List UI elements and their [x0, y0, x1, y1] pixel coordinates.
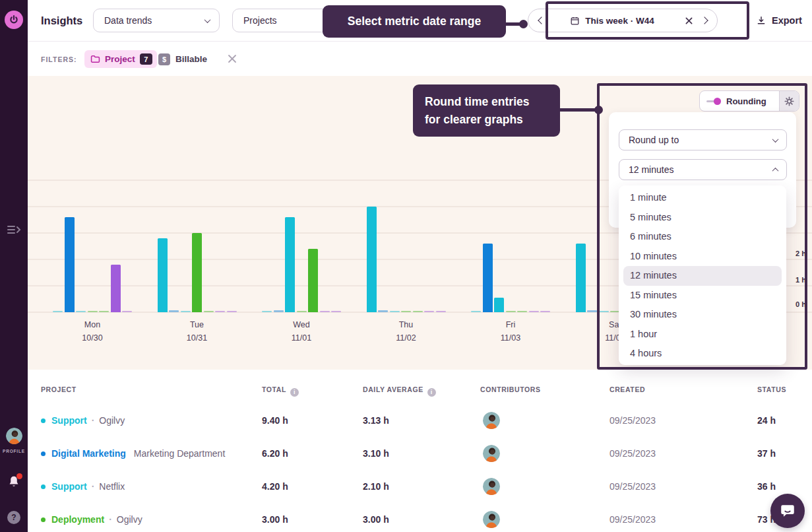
- bar[interactable]: [331, 311, 341, 312]
- bar[interactable]: [99, 311, 109, 312]
- project-cell: Support·Netflix: [41, 470, 125, 503]
- bar[interactable]: [471, 311, 481, 312]
- bar[interactable]: [181, 311, 191, 312]
- column-header-created: CREATED: [609, 385, 645, 393]
- table-row[interactable]: Support·Ogilvy9.40 h3.13 h09/25/202324 h: [28, 404, 812, 437]
- toggle-on-icon[interactable]: [706, 97, 721, 105]
- notification-badge: [16, 473, 22, 479]
- bar[interactable]: [413, 311, 423, 312]
- dropdown-option-15-minutes[interactable]: 15 minutes: [623, 286, 782, 306]
- bar[interactable]: [367, 207, 377, 312]
- bar[interactable]: [436, 311, 446, 312]
- column-header-daily-average: DAILY AVERAGEi: [363, 385, 436, 397]
- notifications-bell-icon[interactable]: [7, 475, 22, 490]
- bar[interactable]: [599, 311, 609, 312]
- previous-week-icon[interactable]: [538, 17, 545, 24]
- info-icon[interactable]: i: [427, 388, 436, 397]
- contributor-avatar[interactable]: [483, 478, 500, 495]
- rounding-mode-select[interactable]: Round up to: [619, 129, 787, 150]
- bar[interactable]: [274, 310, 284, 312]
- contributor-avatar[interactable]: [483, 412, 500, 429]
- contributor-avatar[interactable]: [483, 511, 500, 528]
- project-filter-chip[interactable]: Project 7: [84, 50, 157, 68]
- bar[interactable]: [576, 244, 586, 312]
- project-name[interactable]: Support: [51, 415, 87, 426]
- bar[interactable]: [158, 238, 168, 312]
- project-cell: Support·Ogilvy: [41, 404, 125, 437]
- dropdown-option-1-hour[interactable]: 1 hour: [623, 325, 782, 345]
- export-button[interactable]: Export: [756, 9, 802, 32]
- bar[interactable]: [401, 311, 411, 312]
- sidebar-profile[interactable]: PROFILE: [0, 428, 28, 453]
- dropdown-option-12-minutes[interactable]: 12 minutes: [623, 266, 782, 286]
- bar[interactable]: [88, 311, 98, 312]
- bar[interactable]: [122, 311, 132, 312]
- bar[interactable]: [215, 311, 225, 312]
- bar[interactable]: [540, 311, 550, 312]
- bar[interactable]: [204, 311, 214, 312]
- project-name[interactable]: Support: [51, 481, 87, 492]
- info-icon[interactable]: i: [290, 388, 299, 397]
- dropdown-option-1-minute[interactable]: 1 minute: [623, 188, 782, 208]
- bar[interactable]: [529, 311, 539, 312]
- expand-sidebar-icon[interactable]: [7, 224, 22, 235]
- rounding-settings-button[interactable]: [779, 91, 799, 111]
- dropdown-option-6-minutes[interactable]: 6 minutes: [623, 227, 782, 247]
- sidebar: PROFILE ?: [0, 0, 28, 532]
- x-axis-label: Fri11/03: [471, 319, 550, 345]
- total-value: 4.20 h: [262, 481, 288, 492]
- clear-date-icon[interactable]: [685, 17, 693, 24]
- next-week-icon[interactable]: [701, 17, 708, 24]
- dropdown-option-5-minutes[interactable]: 5 minutes: [623, 208, 782, 228]
- dropdown-option-10-minutes[interactable]: 10 minutes: [623, 247, 782, 267]
- bar[interactable]: [390, 311, 400, 312]
- column-header-project: PROJECT: [41, 385, 77, 393]
- bar[interactable]: [506, 311, 516, 312]
- daily-average-value: 3.13 h: [363, 415, 389, 426]
- bar[interactable]: [65, 217, 75, 312]
- bar[interactable]: [378, 310, 388, 312]
- contributor-avatar[interactable]: [483, 445, 500, 462]
- x-axis-label: Wed11/01: [262, 319, 341, 345]
- dropdown-option-4-hours[interactable]: 4 hours: [623, 344, 782, 364]
- bar[interactable]: [587, 310, 597, 312]
- table-row[interactable]: Digital MarketingMarketing Department6.2…: [28, 437, 812, 470]
- rounding-label: Rounding: [726, 96, 779, 106]
- rounding-toggle-button[interactable]: Rounding: [699, 90, 799, 112]
- bar[interactable]: [517, 311, 527, 312]
- bar[interactable]: [227, 311, 237, 312]
- chat-button[interactable]: [770, 494, 805, 528]
- project-name[interactable]: Deployment: [51, 514, 104, 525]
- chevron-up-icon: [772, 167, 779, 174]
- filters-bar: FILTERS: Project 7 $ Billable: [28, 42, 812, 76]
- bar[interactable]: [297, 311, 307, 312]
- table-row[interactable]: Support·Netflix4.20 h2.10 h09/25/202336 …: [28, 470, 812, 503]
- bar[interactable]: [192, 233, 202, 312]
- bar[interactable]: [483, 244, 493, 312]
- rounding-value-select[interactable]: 12 minutes: [619, 159, 787, 180]
- bar[interactable]: [285, 217, 295, 312]
- bar[interactable]: [320, 311, 330, 312]
- metric-dropdown-value: Data trends: [104, 15, 205, 26]
- clear-filters-icon[interactable]: [228, 54, 237, 63]
- billable-filter-chip[interactable]: $ Billable: [158, 50, 207, 68]
- billable-chip-label: Billable: [175, 54, 207, 64]
- help-icon[interactable]: ?: [7, 511, 20, 524]
- bar[interactable]: [76, 311, 86, 312]
- metric-dropdown[interactable]: Data trends: [93, 9, 220, 32]
- project-name[interactable]: Digital Marketing: [51, 448, 126, 459]
- rounding-mode-value: Round up to: [629, 135, 773, 145]
- bar[interactable]: [308, 249, 318, 312]
- bar[interactable]: [169, 310, 179, 312]
- client-name: Ogilvy: [117, 514, 142, 525]
- dropdown-option-30-minutes[interactable]: 30 minutes: [623, 305, 782, 325]
- bar[interactable]: [53, 311, 63, 312]
- bar[interactable]: [262, 311, 272, 312]
- bar[interactable]: [494, 298, 504, 312]
- bar[interactable]: [424, 311, 434, 312]
- bar[interactable]: [111, 265, 121, 312]
- table-row[interactable]: Deployment·Ogilvy3.00 h3.00 h09/25/20237…: [28, 503, 812, 532]
- tooltip-connector: [557, 108, 598, 112]
- date-range-picker[interactable]: This week · W44: [528, 9, 718, 32]
- app-logo[interactable]: [5, 11, 23, 29]
